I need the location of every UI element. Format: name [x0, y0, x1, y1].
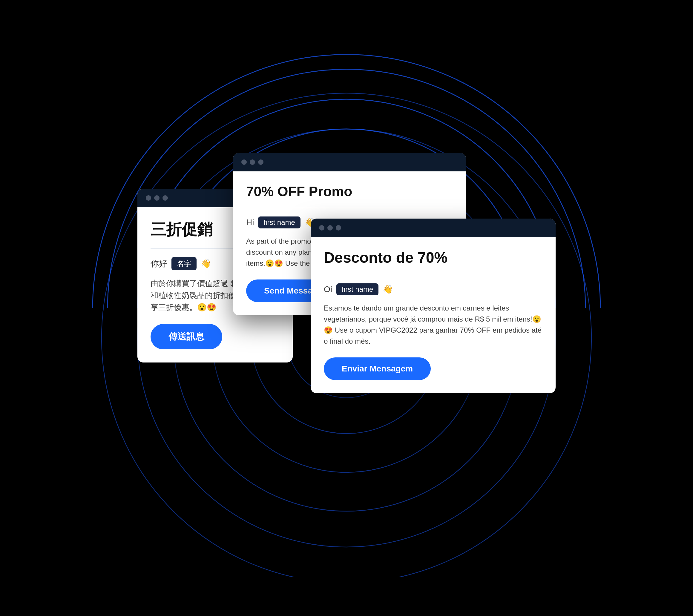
dot-pt-2: [328, 225, 333, 230]
dot-pt-3: [336, 225, 341, 230]
card-pt-title: Desconto de 70%: [324, 249, 542, 266]
greeting-pt-prefix: Oi: [324, 285, 332, 294]
name-badge-en: first name: [258, 217, 300, 228]
card-pt-titlebar: [311, 219, 556, 237]
greeting-zh-prefix: 你好: [151, 258, 167, 269]
divider-en: [246, 208, 453, 208]
dot-en-1: [241, 160, 247, 165]
dot-en-3: [258, 160, 263, 165]
card-pt-body: Desconto de 70% Oi first name 👋 Estamos …: [311, 237, 556, 393]
name-badge-zh: 名字: [172, 257, 197, 270]
dot-en-2: [250, 160, 255, 165]
send-button-zh[interactable]: 傳送訊息: [151, 324, 222, 349]
card-pt-text: Estamos te dando um grande desconto em c…: [324, 303, 542, 347]
wave-emoji-zh: 👋: [201, 259, 211, 268]
dot-1: [146, 195, 151, 201]
dot-3: [162, 195, 168, 201]
divider-pt: [324, 275, 542, 275]
dot-pt-1: [319, 225, 324, 230]
wave-emoji-pt: 👋: [383, 284, 393, 294]
send-button-pt[interactable]: Enviar Mensagem: [324, 357, 431, 380]
cards-wrapper: 三折促銷 你好 名字 👋 由於你購買了價值超過 $5,000 的肉類和植物性奶製…: [137, 129, 556, 487]
card-en-title: 70% OFF Promo: [246, 183, 453, 200]
card-en-titlebar: [233, 153, 466, 171]
card-portuguese: Desconto de 70% Oi first name 👋 Estamos …: [311, 219, 556, 393]
greeting-pt: Oi first name 👋: [324, 283, 542, 295]
dot-2: [154, 195, 159, 201]
name-badge-pt: first name: [336, 283, 378, 295]
greeting-en-prefix: Hi: [246, 218, 254, 227]
